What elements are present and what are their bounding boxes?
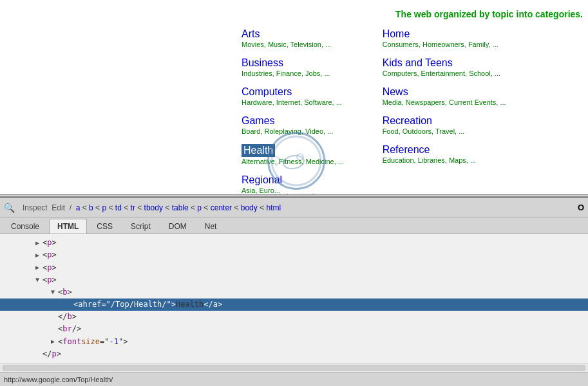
cat-subs-reference: Education, Libraries, Maps, ...	[383, 156, 515, 164]
status-bar: http://www.google.com/Top/Health/	[0, 372, 588, 386]
expand-p3[interactable]: ▶	[33, 264, 41, 271]
category-col-3: Regional Asia, Euro... Science Biology, …	[242, 174, 325, 194]
expand-font[interactable]: ▶	[49, 338, 57, 345]
scrollbar-area[interactable]	[0, 363, 588, 372]
category-col-2: Home Consumers, Homeowners, Family, ... …	[383, 28, 521, 173]
breadcrumb-td[interactable]: td	[115, 203, 122, 212]
cat-subs-computers: Hardware, Internet, Software, ...	[242, 98, 374, 106]
expand-p1[interactable]: ▶	[33, 239, 41, 247]
breadcrumb-a[interactable]: a	[76, 203, 81, 212]
tree-line-p4[interactable]: ▼ <p>	[0, 274, 588, 286]
tree-line-p3[interactable]: ▶ <p>	[0, 262, 588, 274]
tab-html[interactable]: HTML	[49, 219, 87, 234]
tab-css[interactable]: CSS	[88, 219, 121, 234]
tree-line-b1-close[interactable]: </b>	[0, 311, 588, 323]
cat-subs-recreation: Food, Outdoors, Travel, ...	[383, 127, 515, 135]
cat-entry-kids: Kids and Teens Computers, Entertainment,…	[383, 57, 515, 77]
category-col-1: Arts Movies, Music, Television, ... Busi…	[242, 28, 380, 174]
inspect-icon[interactable]: 🔍	[4, 203, 15, 213]
cat-subs-home: Consumers, Homeowners, Family, ...	[383, 41, 515, 48]
cat-link-computers[interactable]: Computers	[242, 86, 374, 98]
tab-net[interactable]: Net	[196, 219, 225, 234]
tree-line-a-health[interactable]: <a href="/Top/Health/" > Health </a>	[0, 299, 588, 311]
categories-table: Arts Movies, Music, Television, ... Busi…	[242, 28, 586, 194]
tab-console[interactable]: Console	[3, 219, 48, 234]
web-area: The web organized by topic into categori…	[0, 0, 588, 194]
cat-subs-kids: Computers, Entertainment, School, ...	[383, 69, 515, 77]
cat-link-business[interactable]: Business	[242, 57, 374, 69]
status-url: http://www.google.com/Top/Health/	[4, 376, 113, 383]
cat-link-news[interactable]: News	[383, 86, 515, 98]
devtools-tree: ▶ <p> ▶ <p> ▶ <p> ▼ <p> ▼ <b>	[0, 234, 588, 363]
cat-entry-arts: Arts Movies, Music, Television, ...	[242, 28, 374, 48]
tab-script[interactable]: Script	[122, 219, 159, 234]
breadcrumb-p2[interactable]: p	[197, 203, 202, 212]
cat-entry-news: News Media, Newspapers, Current Events, …	[383, 86, 515, 106]
cat-entry-health: Health Alternative, Fitness, Medicine, .…	[242, 144, 374, 165]
inspect-label: Inspect Edit /	[23, 203, 76, 212]
tree-line-br[interactable]: <br/>	[0, 323, 588, 335]
expand-b1[interactable]: ▼	[49, 288, 57, 296]
breadcrumb-center[interactable]: center	[211, 203, 232, 212]
cat-subs-games: Board, Roleplaying, Video, ...	[242, 127, 374, 135]
devtools-tabs: Console HTML CSS Script DOM Net	[0, 217, 588, 234]
breadcrumb-p[interactable]: p	[102, 203, 106, 212]
expand-a-health[interactable]	[64, 301, 72, 309]
cat-link-home[interactable]: Home	[383, 28, 515, 40]
devtools-toolbar: 🔍 Inspect Edit / a < b < p < td < tr < t…	[0, 198, 588, 217]
tree-line-p2[interactable]: ▶ <p>	[0, 249, 588, 261]
browser-content: The web organized by topic into categori…	[0, 0, 588, 386]
devtools-close-button[interactable]: O	[578, 203, 584, 212]
expand-p4[interactable]: ▼	[33, 276, 41, 284]
tagline: The web organized by topic into categori…	[0, 0, 588, 23]
breadcrumb-b[interactable]: b	[89, 203, 93, 212]
cat-subs-regional: Asia, Euro...	[242, 187, 325, 194]
expand-p2[interactable]: ▶	[33, 252, 41, 259]
cat-subs-arts: Movies, Music, Television, ...	[242, 41, 374, 48]
cat-link-kids[interactable]: Kids and Teens	[383, 57, 515, 69]
tree-line-p4-close[interactable]: </p>	[0, 348, 588, 360]
cat-entry-regional: Regional Asia, Euro...	[242, 174, 325, 194]
cat-subs-news: Media, Newspapers, Current Events, ...	[383, 98, 515, 106]
cat-entry-games: Games Board, Roleplaying, Video, ...	[242, 115, 374, 135]
scroll-track[interactable]	[3, 365, 585, 371]
tree-line-b1[interactable]: ▼ <b>	[0, 286, 588, 299]
cat-entry-recreation: Recreation Food, Outdoors, Travel, ...	[383, 115, 515, 135]
cat-link-health[interactable]: Health	[242, 144, 275, 157]
cat-link-recreation[interactable]: Recreation	[383, 115, 515, 127]
devtools-panel: 🔍 Inspect Edit / a < b < p < td < tr < t…	[0, 197, 588, 386]
tab-dom[interactable]: DOM	[160, 219, 195, 234]
cat-entry-computers: Computers Hardware, Internet, Software, …	[242, 86, 374, 106]
breadcrumb-table[interactable]: table	[172, 203, 189, 212]
devtools-breadcrumb: Inspect Edit / a < b < p < td < tr < tbo…	[23, 203, 565, 212]
cat-entry-business: Business Industries, Finance, Jobs, ...	[242, 57, 374, 77]
cat-link-games[interactable]: Games	[242, 115, 374, 127]
cat-link-regional[interactable]: Regional	[242, 174, 325, 186]
breadcrumb-html[interactable]: html	[266, 203, 281, 212]
cat-subs-health: Alternative, Fitness, Medicine, ...	[242, 158, 374, 165]
tree-line-p1[interactable]: ▶ <p>	[0, 237, 588, 249]
cat-entry-reference: Reference Education, Libraries, Maps, ..…	[383, 144, 515, 164]
cat-entry-home: Home Consumers, Homeowners, Family, ...	[383, 28, 515, 48]
breadcrumb-tr[interactable]: tr	[131, 203, 135, 212]
cat-link-reference[interactable]: Reference	[383, 144, 515, 156]
breadcrumb-tbody[interactable]: tbody	[144, 203, 163, 212]
tree-line-font[interactable]: ▶ <font size="-1" >	[0, 336, 588, 348]
cat-link-arts[interactable]: Arts	[242, 28, 374, 40]
breadcrumb-body[interactable]: body	[241, 203, 258, 212]
cat-subs-business: Industries, Finance, Jobs, ...	[242, 69, 374, 77]
